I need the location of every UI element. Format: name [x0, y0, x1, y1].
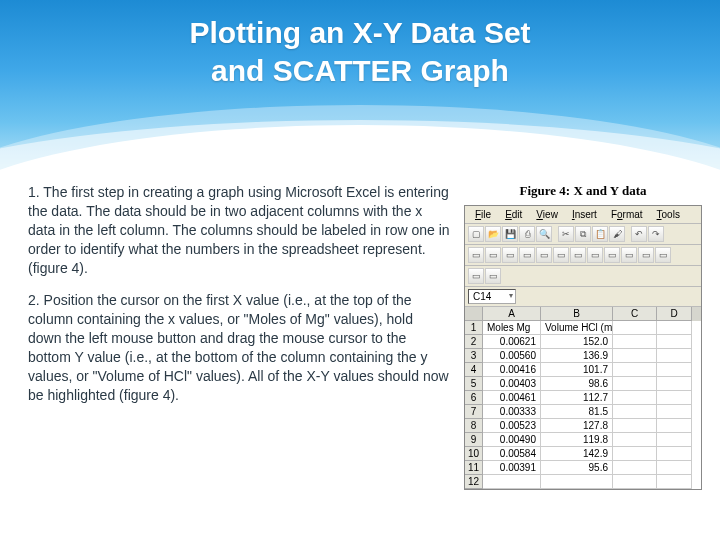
cell[interactable]	[657, 461, 692, 475]
row-header[interactable]: 9	[465, 433, 483, 447]
cell[interactable]	[657, 321, 692, 335]
cell[interactable]	[613, 349, 657, 363]
toolbar-icon[interactable]: ▭	[468, 268, 484, 284]
cell[interactable]: 112.7	[541, 391, 613, 405]
cell[interactable]	[613, 419, 657, 433]
toolbar-icon[interactable]: ▭	[621, 247, 637, 263]
cell[interactable]	[613, 391, 657, 405]
cell[interactable]	[613, 405, 657, 419]
cut-icon[interactable]: ✂	[558, 226, 574, 242]
col-header-b[interactable]: B	[541, 307, 613, 321]
toolbar-icon[interactable]: ▭	[468, 247, 484, 263]
cell[interactable]	[657, 419, 692, 433]
cell[interactable]: 0.00584	[483, 447, 541, 461]
col-header-d[interactable]: D	[657, 307, 692, 321]
cell[interactable]	[613, 377, 657, 391]
name-box[interactable]: C14	[468, 289, 516, 304]
cell[interactable]: 95.6	[541, 461, 613, 475]
toolbar-icon[interactable]: ▭	[570, 247, 586, 263]
cell[interactable]: 0.00461	[483, 391, 541, 405]
cell[interactable]: Volume HCl (ml)	[541, 321, 613, 335]
cell[interactable]	[483, 475, 541, 489]
cell[interactable]	[657, 349, 692, 363]
cell[interactable]	[657, 405, 692, 419]
cell[interactable]	[613, 335, 657, 349]
menu-view[interactable]: View	[530, 208, 564, 221]
menu-insert[interactable]: Insert	[566, 208, 603, 221]
cell[interactable]	[657, 391, 692, 405]
cell[interactable]: 101.7	[541, 363, 613, 377]
cell[interactable]	[613, 447, 657, 461]
copy-icon[interactable]: ⧉	[575, 226, 591, 242]
cell[interactable]: 81.5	[541, 405, 613, 419]
cell[interactable]: 0.00523	[483, 419, 541, 433]
row-header[interactable]: 8	[465, 419, 483, 433]
toolbar-icon[interactable]: ▭	[638, 247, 654, 263]
new-icon[interactable]: ▢	[468, 226, 484, 242]
row-header[interactable]: 7	[465, 405, 483, 419]
menu-file[interactable]: File	[469, 208, 497, 221]
toolbar-icon[interactable]: ▭	[536, 247, 552, 263]
cell[interactable]: 0.00391	[483, 461, 541, 475]
cell[interactable]	[657, 335, 692, 349]
col-header-a[interactable]: A	[483, 307, 541, 321]
cell[interactable]: 0.00621	[483, 335, 541, 349]
cell[interactable]: 0.00560	[483, 349, 541, 363]
cell[interactable]: 98.6	[541, 377, 613, 391]
cell[interactable]: 0.00416	[483, 363, 541, 377]
open-icon[interactable]: 📂	[485, 226, 501, 242]
cell[interactable]	[613, 475, 657, 489]
cell[interactable]	[613, 363, 657, 377]
cell[interactable]: 0.00490	[483, 433, 541, 447]
cell[interactable]	[613, 321, 657, 335]
row-header[interactable]: 5	[465, 377, 483, 391]
cell[interactable]: 119.8	[541, 433, 613, 447]
toolbar-icon[interactable]: ▭	[519, 247, 535, 263]
cell[interactable]: Moles Mg	[483, 321, 541, 335]
row-header[interactable]: 4	[465, 363, 483, 377]
toolbar-icon[interactable]: ▭	[655, 247, 671, 263]
cell[interactable]: 152.0	[541, 335, 613, 349]
table-row: 12	[465, 475, 701, 489]
row-header[interactable]: 10	[465, 447, 483, 461]
cell[interactable]	[657, 475, 692, 489]
cell[interactable]	[657, 377, 692, 391]
cell[interactable]	[613, 461, 657, 475]
col-header-c[interactable]: C	[613, 307, 657, 321]
save-icon[interactable]: 💾	[502, 226, 518, 242]
format-painter-icon[interactable]: 🖌	[609, 226, 625, 242]
menu-format[interactable]: Format	[605, 208, 649, 221]
excel-screenshot: File Edit View Insert Format Tools ▢ 📂 💾…	[464, 205, 702, 490]
row-header[interactable]: 11	[465, 461, 483, 475]
menu-edit[interactable]: Edit	[499, 208, 528, 221]
toolbar-icon[interactable]: ▭	[485, 247, 501, 263]
redo-icon[interactable]: ↷	[648, 226, 664, 242]
toolbar-icon[interactable]: ▭	[485, 268, 501, 284]
print-icon[interactable]: ⎙	[519, 226, 535, 242]
cell[interactable]: 127.8	[541, 419, 613, 433]
row-header[interactable]: 1	[465, 321, 483, 335]
figure-column: Figure 4: X and Y data File Edit View In…	[464, 183, 702, 530]
undo-icon[interactable]: ↶	[631, 226, 647, 242]
row-header[interactable]: 6	[465, 391, 483, 405]
cell[interactable]: 142.9	[541, 447, 613, 461]
paste-icon[interactable]: 📋	[592, 226, 608, 242]
cell[interactable]	[657, 447, 692, 461]
select-all-corner[interactable]	[465, 307, 483, 321]
row-header[interactable]: 2	[465, 335, 483, 349]
toolbar-icon[interactable]: ▭	[553, 247, 569, 263]
cell[interactable]	[657, 433, 692, 447]
toolbar-icon[interactable]: ▭	[502, 247, 518, 263]
toolbar-icon[interactable]: ▭	[587, 247, 603, 263]
row-header[interactable]: 3	[465, 349, 483, 363]
cell[interactable]	[657, 363, 692, 377]
cell[interactable]: 0.00333	[483, 405, 541, 419]
row-header[interactable]: 12	[465, 475, 483, 489]
menu-tools[interactable]: Tools	[651, 208, 686, 221]
cell[interactable]	[613, 433, 657, 447]
cell[interactable]	[541, 475, 613, 489]
preview-icon[interactable]: 🔍	[536, 226, 552, 242]
cell[interactable]: 136.9	[541, 349, 613, 363]
toolbar-icon[interactable]: ▭	[604, 247, 620, 263]
cell[interactable]: 0.00403	[483, 377, 541, 391]
